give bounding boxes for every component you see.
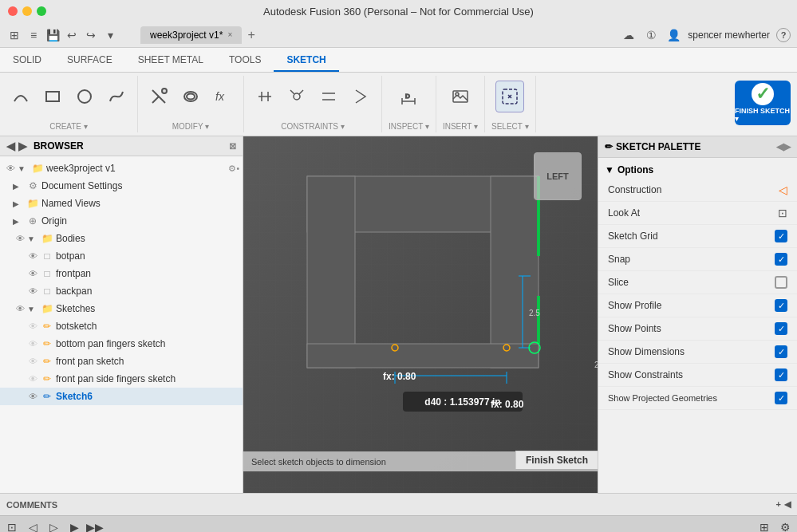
show-dimensions-checkbox[interactable]: ✓: [775, 345, 787, 358]
project-tab[interactable]: week3project v1* ×: [140, 26, 242, 44]
tab-sketch[interactable]: SKETCH: [274, 49, 338, 72]
collapse-icon[interactable]: ◀: [784, 499, 791, 510]
bt-grid-icon[interactable]: ⊞: [756, 518, 773, 533]
eye-icon[interactable]: 👁: [26, 337, 40, 351]
show-profile-control[interactable]: ✓: [775, 299, 787, 312]
eye-icon[interactable]: 👁: [13, 301, 27, 316]
expand-icon[interactable]: +: [776, 499, 781, 510]
fx-icon[interactable]: fx: [208, 81, 237, 112]
show-dimensions-control[interactable]: ✓: [775, 345, 787, 358]
sketch-grid-control[interactable]: ✓: [775, 230, 787, 242]
bt-prev-icon[interactable]: ◁: [24, 518, 41, 533]
tree-item-doc-settings[interactable]: ▶ ⚙ Document Settings: [0, 177, 243, 195]
expand-arrow[interactable]: ▶: [13, 217, 26, 226]
tree-item-bottom-pan-fingers[interactable]: 👁 ✏ bottom pan fingers sketch: [0, 335, 243, 353]
slice-checkbox[interactable]: [775, 276, 787, 289]
window-controls[interactable]: [8, 6, 46, 16]
eye-icon[interactable]: 👁: [26, 249, 40, 263]
snap-checkbox[interactable]: ✓: [775, 253, 787, 266]
close-button[interactable]: [8, 6, 18, 16]
constraints-icon4[interactable]: [346, 81, 375, 112]
look-at-control[interactable]: ⊡: [778, 207, 787, 219]
expand-arrow[interactable]: ▶: [13, 199, 26, 208]
bt-play-icon[interactable]: ▷: [45, 518, 62, 533]
constraints-icon3[interactable]: [314, 81, 343, 112]
circle-icon[interactable]: [70, 81, 99, 112]
slice-control[interactable]: [775, 276, 787, 289]
navcube[interactable]: LEFT: [534, 152, 582, 200]
cloud-icon[interactable]: ☁: [621, 27, 637, 43]
tree-item-botsketch[interactable]: 👁 ✏ botsketch: [0, 317, 243, 335]
tree-item-bodies[interactable]: 👁 ▼ 📁 Bodies: [0, 230, 243, 247]
tree-item-backpan[interactable]: 👁 □ backpan: [0, 282, 243, 300]
constraints-icon[interactable]: [251, 81, 279, 112]
save-icon[interactable]: 💾: [45, 27, 61, 43]
tab-tools[interactable]: TOOLS: [216, 49, 274, 72]
eye-icon[interactable]: 👁: [26, 354, 40, 368]
show-points-checkbox[interactable]: ✓: [775, 322, 787, 335]
close-tab-icon[interactable]: ×: [227, 30, 232, 39]
eye-icon[interactable]: 👁: [26, 284, 40, 298]
tree-item-front-pan-side-fingers[interactable]: 👁 ✏ front pan side fingers sketch: [0, 370, 243, 388]
notification-icon[interactable]: ①: [643, 27, 659, 43]
add-tab-button[interactable]: +: [242, 26, 261, 45]
comments-controls[interactable]: + ◀: [776, 499, 791, 510]
show-points-control[interactable]: ✓: [775, 322, 787, 335]
arc-icon[interactable]: [6, 81, 35, 112]
finish-sketch-button[interactable]: ✓ FINISH SKETCH ▾: [735, 81, 791, 125]
trim-icon[interactable]: [144, 81, 173, 112]
spline-icon[interactable]: [102, 81, 131, 112]
redo-icon[interactable]: ↪: [83, 27, 99, 43]
grid-icon[interactable]: ⊞: [6, 27, 22, 43]
eye-icon[interactable]: 👁: [3, 161, 18, 175]
sidebar-arrows[interactable]: ◀ ▶: [6, 140, 27, 152]
expand-arrow[interactable]: ▶: [13, 182, 26, 191]
eye-icon[interactable]: 👁: [13, 231, 27, 246]
more-icon[interactable]: ▾: [102, 27, 118, 43]
tree-item-front-pan-sketch[interactable]: 👁 ✏ front pan sketch: [0, 353, 243, 370]
minimize-button[interactable]: [22, 6, 32, 16]
show-projected-control[interactable]: ✓: [775, 392, 787, 404]
expand-arrow[interactable]: ▼: [18, 164, 30, 173]
finish-sketch-viewport-button[interactable]: Finish Sketch: [515, 451, 598, 469]
rect-icon[interactable]: [38, 81, 67, 112]
palette-arrows[interactable]: ◀▶: [776, 141, 791, 152]
insert-image-icon[interactable]: [446, 81, 475, 112]
constraints-icon2[interactable]: [282, 81, 311, 112]
show-profile-checkbox[interactable]: ✓: [775, 299, 787, 312]
tree-item-named-views[interactable]: ▶ 📁 Named Views: [0, 195, 243, 212]
bullet-icon[interactable]: •: [236, 164, 239, 173]
3d-view[interactable]: d40 : 1.153977 in fx: 0.80 fx: 0.80 2.5 …: [243, 136, 598, 493]
eye-icon[interactable]: 👁: [26, 319, 40, 333]
sketch-grid-checkbox[interactable]: ✓: [775, 230, 787, 242]
bt-play-icon2[interactable]: ▶: [65, 518, 83, 533]
tree-item-frontpan[interactable]: 👁 □ frontpan: [0, 265, 243, 282]
menu-icon[interactable]: ≡: [26, 27, 41, 43]
look-at-icon[interactable]: ⊡: [778, 207, 787, 219]
tree-item-origin[interactable]: ▶ ⊕ Origin: [0, 212, 243, 230]
palette-section-header-options[interactable]: ▼ Options: [598, 161, 797, 179]
maximize-button[interactable]: [37, 6, 46, 16]
bt-settings-icon[interactable]: ⚙: [776, 518, 794, 533]
help-icon[interactable]: ?: [776, 28, 791, 42]
expand-arrow[interactable]: ▼: [27, 305, 40, 313]
tab-surface[interactable]: SURFACE: [54, 49, 125, 72]
sidebar-expand-icon[interactable]: ⊠: [229, 141, 236, 152]
account-icon[interactable]: 👤: [665, 27, 681, 43]
snap-control[interactable]: ✓: [775, 253, 787, 266]
tree-item-project[interactable]: 👁 ▼ 📁 week3project v1 ⚙ •: [0, 160, 243, 177]
tree-item-sketch6[interactable]: 👁 ✏ Sketch6: [0, 388, 243, 405]
tree-item-sketches[interactable]: 👁 ▼ 📁 Sketches: [0, 300, 243, 317]
undo-icon[interactable]: ↩: [64, 27, 80, 43]
select-icon[interactable]: [495, 81, 524, 112]
eye-icon[interactable]: 👁: [26, 389, 40, 404]
tab-sheet-metal[interactable]: SHEET METAL: [125, 49, 216, 72]
expand-arrow[interactable]: ▼: [27, 234, 40, 243]
tab-solid[interactable]: SOLID: [0, 49, 54, 72]
gear-icon[interactable]: ⚙: [228, 164, 236, 174]
bt-next-icon[interactable]: ▶▶: [86, 518, 104, 533]
construction-control[interactable]: ◁: [779, 183, 787, 196]
dimension-icon[interactable]: D: [394, 81, 423, 112]
offset-icon[interactable]: [176, 81, 205, 112]
eye-icon[interactable]: 👁: [26, 372, 40, 386]
